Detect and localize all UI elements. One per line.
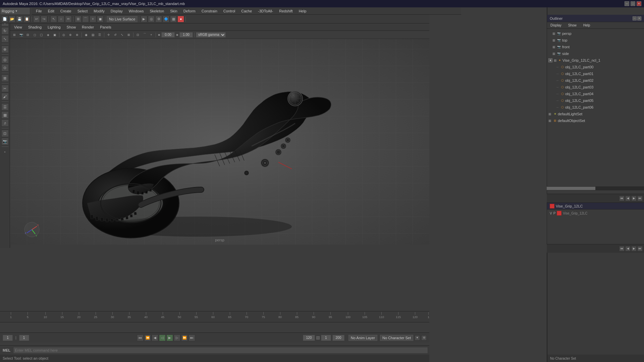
display-layer-btn[interactable]: ☰ [1, 103, 9, 111]
make-live-btn[interactable]: ⊠ [1, 74, 9, 82]
char-set-label[interactable]: No Character Set [380, 335, 413, 341]
soft-mod-btn[interactable]: ◎ [1, 56, 9, 63]
redo-btn[interactable]: ↪ [41, 16, 47, 22]
prev-frame-btn[interactable]: ◀ [152, 335, 158, 341]
save-btn[interactable]: 💾 [16, 16, 23, 22]
vp-manip-btn[interactable]: ⊞ [126, 32, 132, 38]
snap-grid-btn[interactable]: ⊞ [75, 16, 82, 22]
3d-viewport[interactable]: persp X Y Z [10, 39, 429, 245]
vp-cam-btn[interactable]: 📷 [18, 32, 24, 38]
maximize-button[interactable]: □ [631, 1, 635, 6]
channel-color-btn[interactable] [557, 211, 561, 216]
select-btn[interactable]: ↖ [50, 16, 57, 22]
vp-snap-grid-btn[interactable]: ⊡ [135, 32, 141, 38]
lasso-btn[interactable]: ○ [58, 16, 64, 22]
vp-value1-input[interactable] [161, 32, 175, 38]
next-frame-btn[interactable]: ▷ [174, 335, 180, 341]
close-button[interactable]: ✕ [637, 1, 641, 6]
vp-texture-btn[interactable]: ▣ [52, 32, 58, 38]
undo-btn[interactable]: ↩ [33, 16, 40, 22]
vp-isolate-btn[interactable]: ◉ [83, 32, 89, 38]
vp-value2-input[interactable] [179, 32, 193, 38]
vp-shadow-btn[interactable]: ⊕ [67, 32, 73, 38]
rotate-tool-btn[interactable]: ↻ [1, 27, 9, 35]
vp-menu-show[interactable]: Show [64, 24, 79, 30]
channel-nav-prev-prev[interactable]: ⏮ [619, 246, 625, 251]
region-cut-btn[interactable]: ✂ [1, 85, 9, 92]
play-fwd-btn[interactable]: ▶ [166, 335, 173, 341]
menu-skeleton[interactable]: Skeleton [147, 8, 167, 14]
play-back-btn[interactable]: ◁ [159, 335, 166, 341]
outliner-menu-show[interactable]: Show [566, 23, 579, 28]
outliner-item-part00[interactable]: ─ ⬡ obj_12LC_part00 [547, 64, 644, 70]
save-as-btn[interactable]: 📋 [23, 16, 30, 22]
outliner-hscroll-thumb[interactable] [547, 187, 595, 190]
char-set-menu-btn[interactable]: ▼ [415, 335, 420, 341]
menu-constrain[interactable]: Constrain [199, 8, 220, 14]
timeline[interactable]: 1 5 10 15 20 25 [0, 311, 429, 322]
scale-tool-btn[interactable]: ⤡ [1, 35, 9, 43]
hud-btn[interactable]: ⊡ [1, 130, 9, 137]
live-surface-label[interactable]: No Live Surface [107, 16, 138, 22]
vp-rotate-btn[interactable]: ↺ [112, 32, 118, 38]
outliner-item-vise-root[interactable]: ▼ ▦ ✦ Vise_Grip_12LC_ncl_1 [547, 57, 644, 64]
outliner-hscrollbar[interactable] [547, 186, 644, 190]
render-settings-btn[interactable]: ⚙ [155, 16, 162, 22]
menu-file[interactable]: File [33, 8, 45, 14]
mel-input[interactable] [13, 347, 428, 354]
snap-curve-btn[interactable]: ⌒ [82, 16, 89, 22]
outliner-close[interactable]: ✕ [637, 16, 641, 20]
go-start-btn[interactable]: ⏮ [137, 335, 144, 341]
camera-btn[interactable]: 📷 [1, 138, 9, 145]
paint-btn[interactable]: ✏ [65, 16, 72, 22]
menu-windows[interactable]: Windows [126, 8, 147, 14]
outliner-item-part03[interactable]: ─ ⬡ obj_12LC_part03 [547, 84, 644, 90]
menu-redshift[interactable]: Redshift [276, 8, 295, 14]
menu-display[interactable]: Display [108, 8, 125, 14]
outliner-item-side[interactable]: ▦ 📷 side [547, 50, 644, 57]
outliner-item-front[interactable]: ▦ 📷 front [547, 44, 644, 50]
outliner-item-objectset[interactable]: ▦ ⊞ defaultObjectSet [547, 117, 644, 124]
outliner-nav-next[interactable]: ▶ [631, 196, 637, 201]
range-start-input[interactable] [321, 335, 331, 341]
vp-menu-view[interactable]: View [11, 24, 25, 30]
menu-skin[interactable]: Skin [167, 8, 180, 14]
vp-snap-curve-btn[interactable]: ⌒ [142, 32, 148, 38]
vp-image-plane-btn[interactable]: ▤ [90, 32, 96, 38]
menu-edit[interactable]: Edit [45, 8, 57, 14]
channel-nav-next-next[interactable]: ⏭ [637, 246, 643, 251]
show-manip-btn[interactable]: ⊕ [1, 46, 9, 53]
outliner-item-part05[interactable]: ─ ⬡ obj_12LC_part05 [547, 97, 644, 104]
outliner-item-part02[interactable]: ─ ⬡ obj_12LC_part02 [547, 77, 644, 84]
vp-menu-panels[interactable]: Panels [97, 24, 114, 30]
anim-layer-label[interactable]: No Anim Layer [348, 335, 377, 341]
end-frame-input[interactable] [303, 335, 315, 341]
frame-end-marker[interactable] [316, 336, 320, 340]
current-frame-input[interactable] [3, 335, 13, 341]
hypershade-btn[interactable]: 🔷 [163, 16, 169, 22]
menu-create[interactable]: Create [58, 8, 74, 14]
vise-expand-btn[interactable]: ▼ [548, 58, 552, 62]
vp-grid-btn[interactable]: ⊟ [25, 32, 31, 38]
outliner-nav-prev[interactable]: ◀ [625, 196, 631, 201]
menu-select[interactable]: Select [75, 8, 91, 14]
vp-smooth-btn[interactable]: ▢ [38, 32, 44, 38]
menu-help[interactable]: Help [296, 8, 309, 14]
vp-select-mask-btn[interactable]: ⊞ [11, 32, 17, 38]
prev-key-btn[interactable]: ⏪ [144, 335, 151, 341]
channel-nav-next[interactable]: ▶ [631, 246, 637, 251]
menu-modify[interactable]: Modify [91, 8, 107, 14]
render-pass-btn[interactable]: ▦ [170, 16, 177, 22]
channel-nav-prev[interactable]: ◀ [625, 246, 631, 251]
outliner-item-part04[interactable]: ─ ⬡ obj_12LC_part04 [547, 90, 644, 97]
outliner-minimize[interactable]: ─ [633, 16, 637, 20]
outliner-item-part01[interactable]: ─ ⬡ obj_12LC_part01 [547, 70, 644, 77]
char-set-extra-btn[interactable]: ⚙ [421, 335, 427, 341]
vp-menu-lighting[interactable]: Lighting [45, 24, 63, 30]
render-layer-btn[interactable]: ▦ [1, 111, 9, 119]
vp-snap-pt-btn[interactable]: + [148, 32, 154, 38]
outliner-item-persp[interactable]: ▦ 📷 persp [547, 30, 644, 37]
snap-point-btn[interactable]: + [90, 16, 96, 22]
menu-3dtoall[interactable]: -3DToAll- [255, 8, 276, 14]
vp-lit-btn[interactable]: ◈ [45, 32, 51, 38]
